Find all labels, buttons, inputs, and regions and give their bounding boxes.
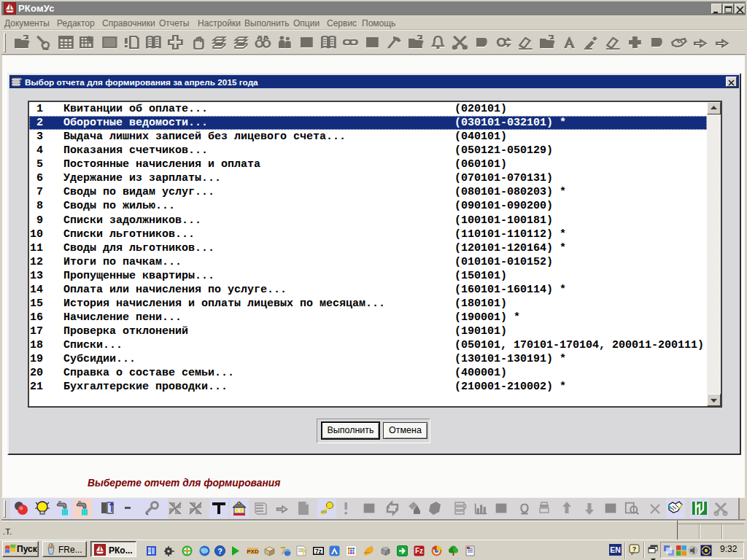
svg-text:?: ? [217,547,222,556]
svg-text:PXD: PXD [247,548,259,555]
svg-text:7z: 7z [315,548,322,555]
svg-text:Fz: Fz [415,547,423,555]
svg-text:?: ? [632,545,637,553]
svg-text:?: ? [301,548,306,556]
